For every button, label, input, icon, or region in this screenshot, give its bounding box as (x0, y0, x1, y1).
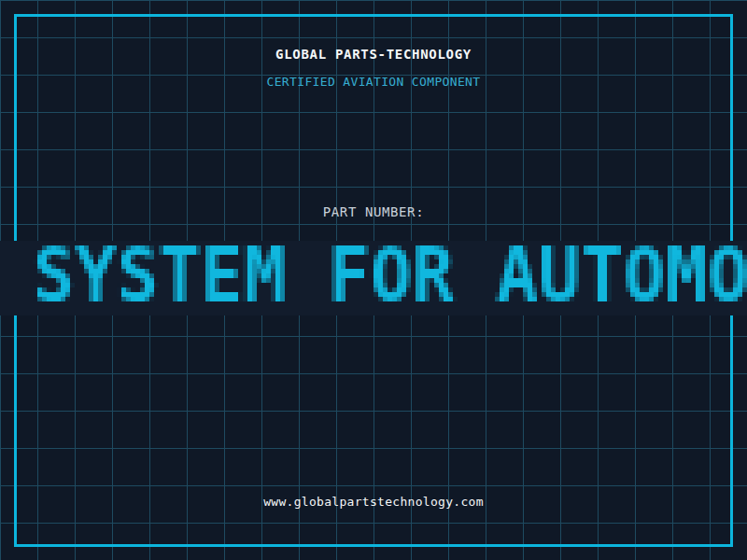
company-title: GLOBAL PARTS-TECHNOLOGY (0, 47, 747, 62)
blueprint-banner-page: GLOBAL PARTS-TECHNOLOGY CERTIFIED AVIATI… (0, 0, 747, 560)
website-url: www.globalpartstechnology.com (0, 495, 747, 509)
certification-subtitle: CERTIFIED AVIATION COMPONENT (0, 75, 747, 89)
part-number-label: PART NUMBER: (0, 204, 747, 219)
part-name-banner (0, 241, 747, 315)
part-name-pixel-text (0, 241, 747, 315)
